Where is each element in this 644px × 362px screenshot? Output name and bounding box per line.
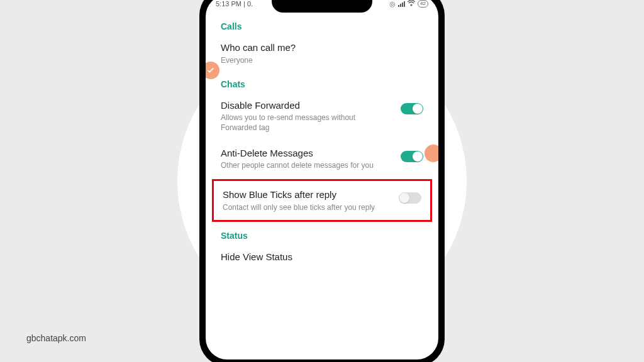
- battery-icon: 42: [418, 0, 428, 8]
- anti-delete-toggle[interactable]: [401, 151, 423, 162]
- disable-forwarded-toggle[interactable]: [401, 103, 423, 114]
- blue-ticks-toggle[interactable]: [399, 192, 421, 204]
- blue-ticks-desc: Contact will only see blue ticks after y…: [223, 202, 391, 212]
- calls-section-header: Calls: [206, 15, 438, 35]
- annotation-badge-right: [425, 145, 438, 162]
- status-right: ◎ 42: [389, 0, 428, 8]
- who-can-call-row[interactable]: Who can call me? Everyone: [206, 35, 438, 73]
- phone-notch: [272, 0, 372, 13]
- who-can-call-title: Who can call me?: [221, 41, 423, 54]
- blue-ticks-title: Show Blue Ticks after reply: [223, 189, 391, 201]
- phone-frame: 5:13 PM | 0. ◎ 42 Calls Who can call: [199, 0, 445, 362]
- anti-delete-row[interactable]: Anti-Delete Messages Other people cannot…: [206, 141, 438, 178]
- settings-content: Calls Who can call me? Everyone Chats Di…: [206, 11, 438, 359]
- watermark-text: gbchatapk.com: [26, 333, 86, 343]
- wifi-icon: [408, 0, 415, 8]
- who-can-call-value: Everyone: [221, 55, 423, 65]
- anti-delete-desc: Other people cannot delete messages for …: [221, 160, 393, 170]
- status-indicator-icon: ◎: [389, 0, 396, 8]
- disable-forwarded-desc: Allows you to re-send messages without F…: [221, 112, 393, 133]
- hide-view-status-title: Hide View Status: [221, 251, 423, 263]
- disable-forwarded-row[interactable]: Disable Forwarded Allows you to re-send …: [206, 93, 438, 141]
- signal-icon: [398, 1, 405, 7]
- status-time: 5:13 PM | 0.: [216, 0, 253, 8]
- highlighted-setting: Show Blue Ticks after reply Contact will…: [212, 179, 432, 222]
- disable-forwarded-title: Disable Forwarded: [221, 99, 393, 112]
- phone-screen: 5:13 PM | 0. ◎ 42 Calls Who can call: [206, 0, 438, 359]
- status-section-header: Status: [206, 224, 438, 244]
- anti-delete-title: Anti-Delete Messages: [221, 147, 393, 160]
- hide-view-status-row[interactable]: Hide View Status: [206, 244, 438, 271]
- blue-ticks-row[interactable]: Show Blue Ticks after reply Contact will…: [214, 181, 430, 220]
- chats-section-header: Chats: [206, 73, 438, 93]
